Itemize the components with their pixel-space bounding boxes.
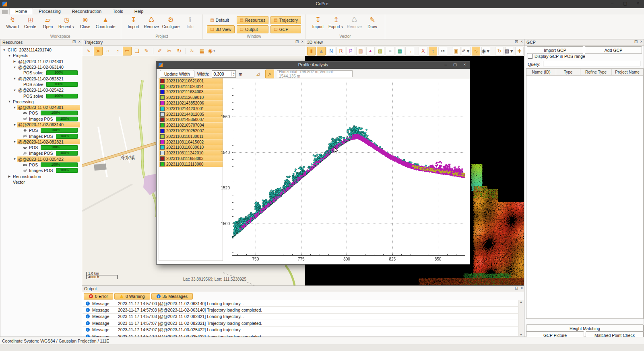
menu-tab-processing[interactable]: Processing [33, 8, 66, 14]
tree-item-pos[interactable]: POS100% [0, 127, 82, 133]
time-filter-icon[interactable]: ◔ [113, 47, 122, 55]
dropdown-caret-icon[interactable]: ▼ [486, 48, 491, 54]
cut-icon[interactable]: ✂ [165, 47, 174, 55]
ribbon-button-project-import[interactable]: ↧Import [125, 15, 142, 34]
window-toggle-resources[interactable]: ▤Resources [237, 16, 269, 24]
pan-point-icon[interactable]: → [405, 47, 414, 55]
visibility-eye-icon[interactable]: ◉▼ [207, 47, 216, 55]
window-toggle-gcp[interactable]: ▤GCP [270, 25, 301, 33]
ribbon-button-project-remove[interactable]: ♺Remove [143, 15, 160, 34]
rgb-render-icon[interactable]: R [336, 47, 345, 55]
close-panel-icon[interactable]: × [640, 39, 642, 44]
app-menu-icon[interactable] [2, 10, 8, 14]
measure-pencil-icon[interactable]: ✎ [142, 47, 151, 55]
ribbon-button-workspace-coordinate[interactable]: ▲Coordinate [95, 15, 117, 34]
profile-scan-item[interactable]: 20231103112113000 [159, 162, 223, 167]
output-message-row[interactable]: iMessage2023-11-17 14:57:07 [@@2023-11-0… [83, 327, 518, 333]
select-cursor-icon[interactable]: ➤ [94, 47, 103, 55]
tree-item--2023-11-03-025422[interactable]: ▼@@2023-11-03-025422 [0, 156, 82, 162]
ribbon-button-workspace-close[interactable]: ⊗Close [77, 15, 94, 34]
close-icon[interactable]: × [463, 62, 466, 67]
window-toggle-3d-view[interactable]: ▤3D View [207, 25, 234, 33]
output-tab-35-messages[interactable]: i35 Messages [151, 293, 193, 300]
ribbon-button-workspace-open[interactable]: ▱Open [39, 15, 56, 34]
tree-expander-icon[interactable]: ▼ [12, 157, 17, 161]
split-scissors-icon[interactable]: ✂ [438, 47, 447, 55]
tree-expander-icon[interactable]: ▼ [12, 140, 17, 144]
tree-item-images-pos[interactable]: Images POS100% [0, 168, 82, 173]
tree-item-images-pos[interactable]: Images POS100% [0, 150, 82, 156]
menu-tab-tools[interactable]: Tools [107, 8, 129, 14]
tree-item-images-pos[interactable]: Images POS100% [0, 133, 82, 139]
tree-item--2023-11-02-063140[interactable]: ▼@@2023-11-02-063140 [0, 64, 82, 70]
measure-profile-icon[interactable]: ∿ [472, 47, 480, 55]
tree-expander-icon[interactable]: ▼ [12, 123, 17, 127]
dropdown-caret-icon[interactable]: ▼ [341, 26, 344, 29]
dropdown-caret-icon[interactable]: ▼ [509, 48, 514, 54]
profile-scan-item[interactable]: 20231102111634003 [159, 90, 223, 95]
tree-item-pos[interactable]: POS100% [0, 110, 82, 116]
tree-item--2023-11-02-063140[interactable]: ▼@@2023-11-02-063140 [0, 122, 82, 127]
profile-window-titlebar[interactable]: Profile Analysis – ▢ × [157, 62, 470, 69]
profile-chart[interactable] [232, 81, 465, 256]
elevation-render-icon[interactable]: ▮ [307, 47, 316, 55]
locate-target-icon[interactable]: ✚ [515, 47, 524, 55]
tree-expander-icon[interactable]: ▼ [12, 66, 17, 69]
intensity-render-icon[interactable]: ▲ [317, 47, 325, 55]
tree-item--2023-11-02-082821[interactable]: ▼@@2023-11-02-082821 [0, 76, 82, 81]
display-gcp-checkbox[interactable] [528, 54, 533, 59]
close-panel-icon[interactable]: × [301, 39, 303, 44]
polygon-select-icon[interactable]: ○ [103, 47, 112, 55]
crop-box-icon[interactable]: ▣ [452, 47, 460, 55]
profile-scan-item[interactable]: 20231102144812005 [159, 112, 223, 117]
tree-item--2023-11-02-024801[interactable]: ▼@@2023-11-02-024801 [0, 105, 82, 110]
rect-select-icon[interactable]: ▭ [123, 47, 132, 55]
gcp-column-refine-type[interactable]: Refine Type [580, 69, 612, 75]
dropdown-caret-icon[interactable]: ▼ [213, 50, 215, 52]
tree-item-processing[interactable]: ▼Processing [0, 99, 82, 105]
ribbon-button-vector-import[interactable]: ↧Import [310, 15, 326, 34]
ribbon-button-workspace-wizard[interactable]: ↯Wizard [4, 15, 21, 34]
add-gcp-button[interactable]: Add GCP [585, 46, 642, 54]
dropdown-caret-icon[interactable]: ▼ [466, 48, 471, 54]
visibility-eye-icon[interactable]: ◉▼ [481, 47, 490, 55]
tree-item-pos-solve[interactable]: POS solve100% [0, 70, 82, 76]
profile-scan-item[interactable]: 20231102110621001 [159, 78, 223, 84]
tree-item-vector[interactable]: Vector [0, 179, 82, 185]
copy-icon[interactable]: ❏ [132, 47, 141, 55]
minimize-icon[interactable]: – [609, 1, 615, 6]
profile-scan-item[interactable]: 20231102112639010 [159, 95, 223, 101]
close-panel-icon[interactable]: × [520, 39, 523, 44]
profile-scan-item[interactable]: 20231102144237001 [159, 106, 223, 112]
ribbon-button-vector-draw[interactable]: ✎Draw [364, 15, 381, 34]
maximize-icon[interactable]: ▢ [622, 1, 628, 6]
float-panel-icon[interactable]: ⊡ [72, 39, 76, 44]
update-width-button[interactable]: Update Width [160, 70, 194, 78]
dropdown-caret-icon[interactable]: ▼ [72, 26, 75, 29]
profile-scan-item[interactable]: 20231102145350007 [159, 117, 223, 123]
color-wheel-icon[interactable]: ◕ [366, 47, 375, 55]
eraser-icon[interactable]: ✐▼ [462, 47, 471, 55]
output-scrollbar[interactable]: ▲▼ [518, 300, 524, 336]
tree-item-pos[interactable]: POS100% [0, 162, 82, 168]
profile-section-icon[interactable]: ✁ [188, 47, 197, 55]
eye-icon[interactable] [22, 146, 28, 150]
query-input[interactable] [543, 61, 640, 66]
tree-item--2023-11-03-025422[interactable]: ▼@@2023-11-03-025422 [0, 87, 82, 93]
ribbon-button-workspace-create[interactable]: ⊞Create [22, 15, 39, 34]
profile-scan-item[interactable]: 20231102111020014 [159, 84, 223, 90]
gcp-column-type[interactable]: Type [556, 69, 580, 75]
filter-sliders-icon[interactable]: ≡ [386, 47, 394, 55]
gcp-column-name-id-[interactable]: Name (ID) [526, 69, 556, 75]
ribbon-button-workspace-recent[interactable]: ◷Recent▼ [57, 15, 76, 34]
output-message-row[interactable]: iMessage2023-11-17 14:57:00 [@@2023-11-0… [83, 300, 518, 307]
tree-item-pos-solve[interactable]: POS solve100% [0, 93, 82, 99]
window-toggle-output[interactable]: ▤Output [237, 25, 269, 33]
refresh-icon[interactable]: ↻ [175, 47, 184, 55]
close-panel-icon[interactable]: × [78, 39, 80, 44]
slope-chart-icon[interactable]: ⊿ [254, 70, 262, 78]
window-toggle-trajectory[interactable]: ▤Trajectory [270, 16, 301, 24]
colorbar-icon[interactable]: ▤ [396, 47, 404, 55]
tree-item-pos-solve[interactable]: POS solve100% [0, 82, 82, 87]
menu-tab-reconstruction[interactable]: Reconstruction [66, 8, 107, 14]
